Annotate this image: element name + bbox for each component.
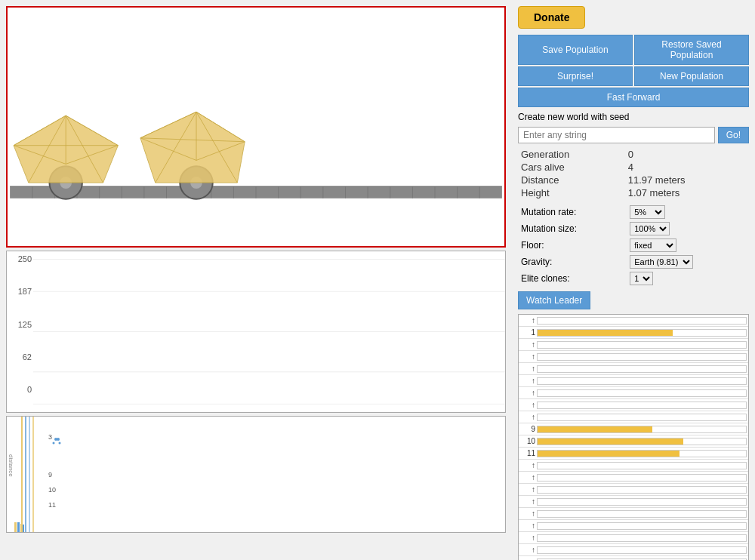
leader-bar-container bbox=[537, 474, 747, 482]
cars-alive-label: Cars alive bbox=[518, 161, 625, 174]
list-item: 1 bbox=[519, 327, 748, 339]
list-item: 9 bbox=[519, 423, 748, 435]
leader-bar-container bbox=[537, 329, 747, 337]
leader-bar-container bbox=[537, 341, 747, 349]
leader-rank: 10 bbox=[520, 437, 535, 445]
list-item: ↑ bbox=[519, 399, 748, 411]
mutation-rate-select[interactable]: 5%10%20% bbox=[630, 205, 665, 219]
seed-label: Create new world with seed bbox=[518, 112, 629, 122]
list-item: 10 bbox=[519, 435, 748, 448]
leader-bar bbox=[538, 451, 680, 457]
leader-rank: ↑ bbox=[520, 546, 535, 554]
svg-text:distance: distance bbox=[8, 454, 14, 477]
list-item: ↑ bbox=[519, 339, 748, 351]
svg-point-60 bbox=[53, 442, 55, 445]
cars-alive-value: 4 bbox=[625, 161, 749, 174]
leader-rank: ↑ bbox=[520, 365, 535, 373]
svg-text:9: 9 bbox=[48, 471, 52, 478]
leader-rank: ↑ bbox=[520, 316, 535, 325]
chart-y-axis: 250 187 125 62 0 bbox=[7, 251, 33, 397]
leader-bar bbox=[538, 330, 673, 336]
floor-label: Floor: bbox=[518, 237, 627, 254]
mutation-size-label: Mutation size: bbox=[518, 220, 627, 237]
svg-rect-65 bbox=[20, 524, 22, 532]
restore-population-button[interactable]: Restore Saved Population bbox=[634, 35, 749, 65]
height-value: 1.07 meters bbox=[625, 186, 749, 199]
svg-text:10: 10 bbox=[48, 486, 56, 494]
action-buttons: Save Population Restore Saved Population… bbox=[518, 35, 749, 107]
leader-rank: ↑ bbox=[520, 461, 535, 469]
go-button[interactable]: Go! bbox=[718, 127, 749, 143]
leader-rank: ↑ bbox=[520, 522, 535, 530]
seed-input[interactable] bbox=[518, 127, 715, 143]
elite-clones-label: Elite clones: bbox=[518, 270, 627, 287]
simulation-canvas bbox=[6, 6, 506, 248]
leader-bar-container bbox=[537, 426, 747, 433]
leader-rank: ↑ bbox=[520, 473, 535, 482]
leader-bar-container bbox=[537, 546, 747, 554]
leader-rank: ↑ bbox=[520, 534, 535, 542]
leader-bar-container bbox=[537, 450, 747, 457]
params-table: Mutation rate: 5%10%20% Mutation size: 5… bbox=[518, 204, 749, 287]
leader-bar-container bbox=[537, 486, 747, 494]
donate-button[interactable]: Donate bbox=[518, 6, 585, 29]
leader-bar-container bbox=[537, 462, 747, 469]
performance-chart: View top replay 250 187 125 62 0 bbox=[6, 251, 506, 413]
leader-bar-container bbox=[537, 402, 747, 409]
gravity-label: Gravity: bbox=[518, 254, 627, 270]
svg-text:11: 11 bbox=[48, 501, 56, 509]
list-item: ↑ bbox=[519, 532, 748, 544]
watch-leader-button[interactable]: Watch Leader bbox=[518, 291, 590, 309]
floor-select[interactable]: fixedrandom bbox=[630, 238, 676, 252]
height-label: Height bbox=[518, 186, 625, 199]
leader-bar-container bbox=[537, 365, 747, 373]
leader-bar-container bbox=[537, 438, 747, 445]
list-item: ↑ bbox=[519, 520, 748, 532]
fast-forward-button[interactable]: Fast Forward bbox=[518, 88, 749, 107]
chart-inner bbox=[33, 251, 505, 412]
svg-rect-66 bbox=[23, 525, 24, 532]
list-item: ↑ bbox=[519, 387, 748, 399]
svg-point-59 bbox=[57, 438, 60, 441]
y-label-62: 62 bbox=[23, 352, 32, 362]
distance-chart: 3 9 10 11 distance bbox=[6, 416, 506, 533]
leader-bar-container bbox=[537, 498, 747, 506]
mutation-size-select[interactable]: 50%100%200% bbox=[630, 222, 670, 235]
list-item: ↑ bbox=[519, 496, 748, 508]
list-item: ↑ bbox=[519, 375, 748, 387]
surprise-button[interactable]: Surprise! bbox=[518, 66, 633, 86]
leader-rank: ↑ bbox=[520, 509, 535, 518]
y-label-125: 125 bbox=[18, 320, 32, 329]
leader-bar bbox=[538, 426, 652, 432]
distance-value: 11.97 meters bbox=[625, 174, 749, 186]
list-item: ↑ bbox=[519, 460, 748, 472]
list-item: ↑ bbox=[519, 411, 748, 423]
y-label-0: 0 bbox=[27, 385, 32, 394]
stats-table: Generation 0 Cars alive 4 Distance 11.97… bbox=[518, 148, 749, 199]
leader-bar-container bbox=[537, 377, 747, 385]
elite-clones-select[interactable]: 123 bbox=[630, 272, 653, 285]
svg-text:3: 3 bbox=[48, 433, 52, 441]
leader-rank: ↑ bbox=[520, 352, 535, 361]
save-population-button[interactable]: Save Population bbox=[518, 35, 633, 65]
list-item: ↑ bbox=[519, 484, 748, 496]
leader-bar-container bbox=[537, 353, 747, 361]
leader-list: ↑1↑↑↑↑↑↑↑91011↑↑↑↑↑↑↑↑↑ bbox=[518, 314, 749, 560]
list-item: ↑ bbox=[519, 363, 748, 375]
leader-rank: ↑ bbox=[520, 340, 535, 349]
leader-bar-container bbox=[537, 534, 747, 542]
leader-rank: 9 bbox=[520, 425, 535, 433]
gravity-select[interactable]: Earth (9.81)Moon (1.62)Mars (3.72) bbox=[630, 255, 693, 269]
new-population-button[interactable]: New Population bbox=[634, 66, 749, 86]
generation-value: 0 bbox=[625, 148, 749, 161]
svg-rect-63 bbox=[14, 522, 17, 532]
leader-bar bbox=[538, 438, 683, 445]
seed-row: Create new world with seed bbox=[518, 112, 749, 122]
seed-input-row: Go! bbox=[518, 127, 749, 143]
svg-marker-36 bbox=[140, 112, 245, 183]
leader-rank: ↑ bbox=[520, 497, 535, 506]
leader-bar-container bbox=[537, 414, 747, 421]
leader-rank: 11 bbox=[520, 449, 535, 457]
leader-bar-container bbox=[537, 317, 747, 325]
leader-rank: ↑ bbox=[520, 485, 535, 494]
